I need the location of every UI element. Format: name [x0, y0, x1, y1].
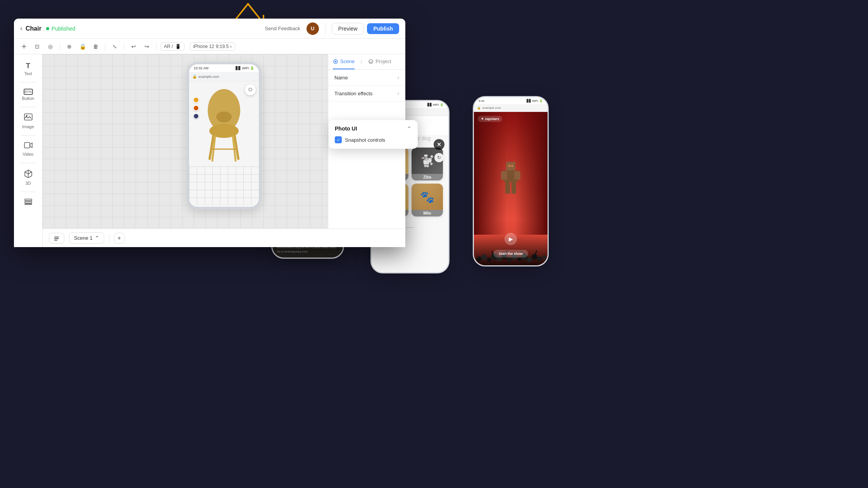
- header-bar: ‹ Chair Published Send Feedback U Previe…: [14, 19, 405, 39]
- ar-toggle[interactable]: AR / 📱: [160, 42, 184, 51]
- button-icon: BTN: [24, 89, 33, 95]
- bottom-sep: [109, 234, 109, 243]
- ar-icon: 📱: [175, 44, 181, 49]
- svg-rect-3: [25, 199, 32, 201]
- toolbar-sep-2: [105, 43, 105, 50]
- svg-rect-30: [501, 171, 507, 180]
- phone-browser-bar: 🔒 example.com: [189, 72, 259, 81]
- show-lock: 🔒: [477, 106, 481, 110]
- svg-point-42: [507, 257, 512, 262]
- phone-time: 10:32 AM: [194, 66, 208, 70]
- dog-milo-img: 🐾: [412, 184, 443, 210]
- undo-tool[interactable]: ↩: [128, 41, 139, 52]
- dog-card-milo[interactable]: 🐾 Milo: [412, 184, 443, 217]
- back-button[interactable]: ‹: [20, 24, 22, 33]
- sidebar-item-image[interactable]: Image: [17, 110, 40, 132]
- ar-label: AR /: [164, 44, 173, 49]
- tab-scene[interactable]: Scene: [333, 54, 355, 69]
- show-time: 9:41: [479, 99, 485, 103]
- content-area: T Text BTN Button Image Video: [14, 54, 405, 247]
- sidebar-item-layers[interactable]: [17, 195, 40, 211]
- lock-tool[interactable]: 🔒: [77, 41, 88, 52]
- snapshot-controls-row[interactable]: ✓ Snapshot controls: [335, 136, 412, 143]
- show-status-bar: 9:41 ▊▊ WiFi 🔋: [474, 97, 548, 104]
- svg-point-46: [527, 257, 532, 262]
- dogs-close-btn[interactable]: ✕: [434, 139, 444, 150]
- rotate-tool[interactable]: ◎: [45, 41, 56, 52]
- sidebar-item-video[interactable]: Video: [17, 139, 40, 160]
- device-label: iPhone 12: [193, 44, 214, 49]
- show-signal: ▊▊ WiFi 🔋: [527, 99, 543, 103]
- select-tool[interactable]: ⊡: [32, 41, 43, 52]
- send-feedback-button[interactable]: Send Feedback: [265, 26, 300, 31]
- scene-list-btn[interactable]: [49, 233, 64, 244]
- tab-project[interactable]: Project: [368, 54, 391, 69]
- dropdown-panel: Photo UI ⌃ ✓ Snapshot controls: [329, 120, 418, 149]
- phone-signals: ▊▊ WiFi 🔋: [236, 66, 254, 70]
- 3d-icon: [24, 169, 33, 180]
- dog-ziba-name: Ziba: [412, 174, 443, 180]
- show-cta-btn[interactable]: Start the show: [493, 250, 528, 258]
- show-browser: 🔒 example.com: [474, 104, 548, 112]
- dogs-reload-btn[interactable]: ↻: [434, 153, 444, 162]
- sidebar-item-text[interactable]: T Text: [17, 59, 40, 79]
- avatar[interactable]: U: [307, 22, 319, 35]
- svg-point-48: [537, 256, 542, 261]
- sidebar-divider-2: [21, 107, 36, 107]
- delete-tool[interactable]: 🗑: [90, 41, 101, 52]
- scene-add-button[interactable]: +: [114, 233, 125, 244]
- show-logo: ✦ zapstars: [478, 116, 502, 122]
- panel-row-transition[interactable]: Transition effects ›: [328, 86, 405, 101]
- panel-transition-arrow: ›: [397, 90, 399, 96]
- panel-tabs: Scene / Project: [328, 54, 405, 70]
- panel-row-name[interactable]: Name ›: [328, 70, 405, 86]
- sidebar-item-button[interactable]: BTN Button: [17, 86, 40, 104]
- tab-scene-label: Scene: [340, 58, 355, 64]
- dropdown-chevron-icon[interactable]: ⌃: [407, 125, 412, 132]
- scene-label-btn[interactable]: Scene 1 ⌃: [69, 232, 104, 244]
- publish-button[interactable]: Publish: [367, 23, 399, 34]
- snapshot-checkbox[interactable]: ✓: [335, 136, 342, 143]
- svg-rect-18: [54, 238, 59, 239]
- sidebar-divider-1: [21, 82, 36, 82]
- resize-tool[interactable]: ⤡: [109, 41, 120, 52]
- device-size: 9:19.5: [216, 44, 229, 49]
- 3d-label: 3D: [25, 181, 31, 186]
- toolbar-sep-1: [60, 43, 60, 50]
- toolbar-sep-3: [124, 43, 124, 50]
- status-text: Published: [52, 26, 76, 32]
- show-character: [495, 158, 526, 206]
- video-label: Video: [23, 152, 34, 156]
- show-content: ✦ zapstars: [474, 112, 548, 265]
- svg-point-47: [532, 254, 537, 260]
- device-selector[interactable]: iPhone 12 9:19.5 ›: [190, 42, 235, 51]
- sidebar-divider-5: [21, 192, 36, 192]
- panel-breadcrumb-sep: /: [361, 59, 362, 65]
- image-label: Image: [22, 124, 34, 129]
- panel-name-label: Name: [334, 75, 348, 81]
- preview-button[interactable]: Preview: [332, 23, 364, 34]
- svg-rect-32: [505, 182, 510, 194]
- sidebar-item-3d[interactable]: 3D: [17, 166, 40, 189]
- phone-content: [189, 81, 259, 207]
- phone-status-bar: 10:32 AM ▊▊ WiFi 🔋: [189, 64, 259, 72]
- scene-chevron: ⌃: [95, 235, 99, 241]
- svg-point-8: [216, 112, 232, 122]
- redo-tool[interactable]: ↪: [141, 41, 152, 52]
- dog-card-ziba[interactable]: 🐩 Ziba: [412, 148, 443, 180]
- svg-point-1: [26, 115, 28, 117]
- show-play-btn[interactable]: ▶: [505, 233, 517, 245]
- svg-rect-19: [54, 240, 57, 241]
- svg-point-36: [477, 256, 482, 261]
- svg-rect-5: [25, 204, 32, 204]
- tab-project-label: Project: [375, 58, 391, 64]
- panel-transition-label: Transition effects: [334, 91, 372, 96]
- add-tool[interactable]: ✛: [19, 41, 29, 52]
- phone-show: 9:41 ▊▊ WiFi 🔋 🔒 example.com ✦ zapstars: [473, 96, 549, 266]
- sidebar-divider-3: [21, 135, 36, 136]
- dropdown-title: Photo UI: [335, 125, 357, 132]
- text-label: Text: [24, 71, 32, 76]
- svg-rect-28: [506, 162, 515, 170]
- move-tool[interactable]: ⊕: [64, 41, 75, 52]
- phone-mockup-main: 10:32 AM ▊▊ WiFi 🔋 🔒 example.com: [187, 62, 261, 209]
